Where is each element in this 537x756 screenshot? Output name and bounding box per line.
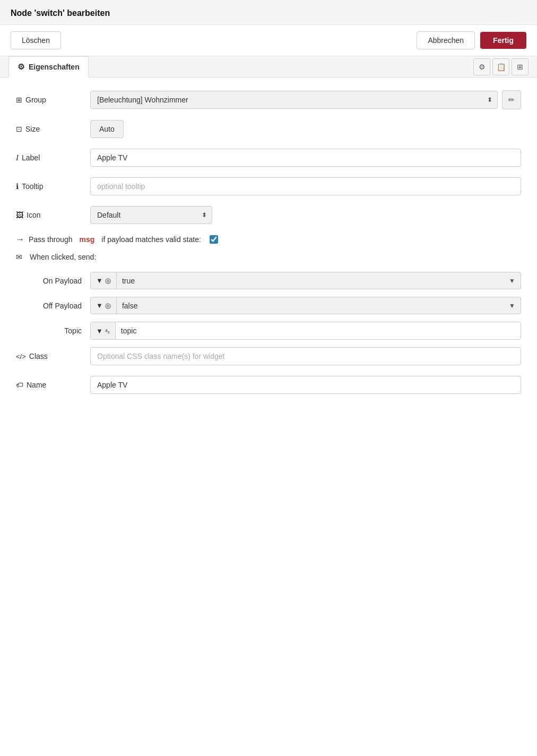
on-payload-value: true: [122, 277, 135, 285]
topic-input[interactable]: [116, 322, 521, 339]
code-icon: </>: [16, 353, 26, 360]
delete-button[interactable]: Löschen: [11, 31, 61, 49]
topic-row: Topic ▼ az: [16, 322, 521, 340]
tab-properties[interactable]: ⚙ Eigenschaften: [8, 56, 89, 78]
tabs-bar: ⚙ Eigenschaften ⚙ 📋 ⊞: [0, 56, 537, 78]
off-payload-dropdown-arrow: ▼: [96, 302, 103, 310]
group-icon: ⊞: [16, 96, 22, 104]
form-content: ⊞ Group [Beleuchtung] Wohnzimmer ⬍ ✏ ⊡ S…: [0, 78, 537, 417]
label-input[interactable]: [90, 149, 521, 167]
icon-row: 🖼 Icon Default ⬍: [16, 206, 521, 224]
on-payload-row: On Payload ▼ ◎ true ▼: [16, 272, 521, 289]
topic-type-btn[interactable]: ▼ az: [91, 322, 116, 339]
tooltip-row: ℹ Tooltip: [16, 177, 521, 195]
off-payload-arrow[interactable]: ▼: [509, 302, 515, 310]
name-label: 🏷 Name: [16, 381, 90, 389]
class-row: </> Class: [16, 347, 521, 365]
topic-control: ▼ az: [90, 322, 521, 340]
when-clicked-row: ✉ When clicked, send:: [16, 253, 521, 261]
info-icon: ℹ: [16, 182, 19, 191]
size-row: ⊡ Size Auto: [16, 120, 521, 138]
on-payload-arrow[interactable]: ▼: [509, 277, 515, 285]
tab-layout-icon-btn[interactable]: ⊞: [512, 58, 529, 75]
group-select-wrapper: [Beleuchtung] Wohnzimmer ⬍: [90, 91, 498, 109]
name-input[interactable]: [90, 376, 521, 394]
name-control-area: [90, 376, 521, 394]
topic-dropdown-arrow: ▼: [96, 327, 103, 335]
toolbar: Löschen Abbrechen Fertig: [0, 25, 537, 56]
tag-icon: 🏷: [16, 381, 23, 389]
class-control-area: [90, 347, 521, 365]
when-clicked-text: When clicked, send:: [30, 253, 96, 261]
off-payload-type-icon: ◎: [105, 302, 111, 310]
label-row: I Label: [16, 149, 521, 167]
size-auto-button[interactable]: Auto: [90, 120, 124, 138]
passthrough-row: → Pass through msg if payload matches va…: [16, 235, 521, 244]
icon-select-wrapper: Default ⬍: [90, 206, 212, 224]
page-header: Node 'switch' bearbeiten: [0, 0, 537, 25]
label-control-area: [90, 149, 521, 167]
msg-highlight-text: msg: [80, 235, 95, 244]
label-label: I Label: [16, 153, 90, 162]
on-payload-control: ▼ ◎ true ▼: [90, 272, 521, 289]
on-payload-value-area: true ▼: [117, 277, 521, 285]
cancel-button[interactable]: Abbrechen: [417, 31, 475, 49]
passthrough-text2: if payload matches valid state:: [101, 235, 201, 244]
on-payload-type-icon: ◎: [105, 277, 111, 285]
size-icon: ⊡: [16, 125, 22, 133]
group-select[interactable]: [Beleuchtung] Wohnzimmer: [90, 91, 498, 109]
tab-gear-icon-btn[interactable]: ⚙: [473, 58, 490, 75]
label-icon: I: [16, 153, 19, 162]
tab-icons: ⚙ 📋 ⊞: [473, 58, 529, 75]
icon-select[interactable]: Default: [90, 206, 212, 224]
tab-properties-label: Eigenschaften: [29, 63, 80, 71]
tab-doc-icon-btn[interactable]: 📋: [492, 58, 509, 75]
off-payload-value: false: [122, 302, 138, 310]
page-title: Node 'switch' bearbeiten: [11, 8, 110, 18]
class-input[interactable]: [90, 347, 521, 365]
group-label: ⊞ Group: [16, 96, 90, 104]
on-payload-dropdown-arrow: ▼: [96, 277, 103, 285]
size-control-area: Auto: [90, 120, 521, 138]
topic-label: Topic: [16, 327, 90, 335]
group-edit-button[interactable]: ✏: [502, 90, 521, 109]
on-payload-type-btn[interactable]: ▼ ◎: [91, 272, 117, 289]
off-payload-value-area: false ▼: [117, 302, 521, 310]
image-icon: 🖼: [16, 211, 23, 219]
off-payload-label: Off Payload: [16, 302, 90, 310]
tooltip-label: ℹ Tooltip: [16, 182, 90, 191]
gear-icon: ⚙: [18, 62, 24, 72]
tooltip-input[interactable]: [90, 177, 521, 195]
passthrough-text: Pass through: [29, 235, 73, 244]
on-payload-label: On Payload: [16, 277, 90, 285]
off-payload-control: ▼ ◎ false ▼: [90, 297, 521, 314]
passthrough-checkbox[interactable]: [210, 235, 218, 244]
group-control-area: [Beleuchtung] Wohnzimmer ⬍ ✏: [90, 90, 521, 109]
icon-control-area: Default ⬍: [90, 206, 521, 224]
class-label: </> Class: [16, 352, 90, 360]
off-payload-type-btn[interactable]: ▼ ◎: [91, 297, 117, 314]
name-row: 🏷 Name: [16, 376, 521, 394]
tooltip-control-area: [90, 177, 521, 195]
group-row: ⊞ Group [Beleuchtung] Wohnzimmer ⬍ ✏: [16, 90, 521, 109]
done-button[interactable]: Fertig: [480, 32, 526, 49]
topic-type-icon: az: [105, 327, 110, 334]
icon-label: 🖼 Icon: [16, 211, 90, 219]
envelope-icon: ✉: [16, 253, 22, 261]
arrow-passthrough-icon: →: [16, 235, 24, 244]
off-payload-row: Off Payload ▼ ◎ false ▼: [16, 297, 521, 314]
size-label: ⊡ Size: [16, 125, 90, 133]
